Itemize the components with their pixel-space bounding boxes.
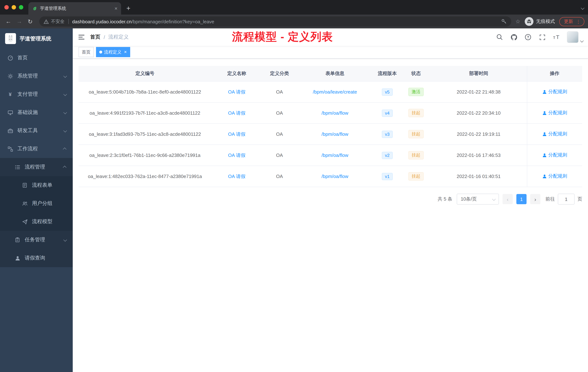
new-tab-button[interactable]: + <box>123 3 134 13</box>
status-badge: 挂起 <box>408 172 424 181</box>
assign-rule-link[interactable]: 分配规则 <box>542 173 567 180</box>
tag-home[interactable]: 首页 <box>79 47 94 57</box>
dashboard-icon <box>7 55 13 61</box>
incognito-icon <box>525 17 534 26</box>
col-header-name: 定义名称 <box>211 66 262 81</box>
breadcrumb-home[interactable]: 首页 <box>90 34 100 40</box>
form-link[interactable]: /bpm/oa/leave/create <box>313 89 357 95</box>
sidebar-item-infrastructure[interactable]: 基础设施 <box>0 103 73 121</box>
url-text[interactable]: dashboard.yudao.iocoder.cn/bpm/manager/d… <box>72 19 498 24</box>
page-content: 定义编号 定义名称 定义分类 表单信息 流程版本 状态 部署时间 操作 oa_l <box>73 59 588 372</box>
goto-page-input[interactable] <box>558 194 575 205</box>
form-link[interactable]: /bpm/oa/flow <box>321 131 348 137</box>
definition-name-link[interactable]: OA 请假 <box>228 89 245 94</box>
cell-id: oa_leave:2:3c1f0ef1-76b1-11ec-9c66-a2380… <box>79 145 211 166</box>
col-header-version: 流程版本 <box>373 66 401 81</box>
sidebar-item-devtools[interactable]: 研发工具 <box>0 121 73 140</box>
gear-icon <box>7 73 13 79</box>
cell-id: oa_leave:4:991f2193-7b7f-11ec-a3c8-acde4… <box>79 102 211 124</box>
red-annotation-text: 流程模型 - 定义列表 <box>232 30 333 44</box>
tab-search-chevron-icon[interactable] <box>581 4 584 11</box>
close-window-button[interactable] <box>4 5 9 10</box>
toolbox-icon <box>7 128 13 134</box>
list-icon <box>15 164 20 170</box>
assign-rule-link[interactable]: 分配规则 <box>542 131 567 137</box>
avatar-caret-icon <box>580 39 584 43</box>
sidebar-item-process-form[interactable]: 流程表单 <box>0 176 73 194</box>
current-page-button[interactable]: 1 <box>516 194 526 204</box>
sidebar-item-process-model[interactable]: 流程模型 <box>0 213 73 231</box>
prev-page-button[interactable]: ‹ <box>503 194 513 204</box>
tag-process-definition[interactable]: 流程定义 × <box>96 47 130 57</box>
sidebar: 芋道管理系统 首页 系统管理 ¥ 支付管理 <box>0 28 73 372</box>
table-row: oa_leave:3:1fad3d93-7b75-11ec-a3c8-acde4… <box>79 124 582 145</box>
col-header-form: 表单信息 <box>297 66 373 81</box>
col-header-id: 定义编号 <box>79 66 211 81</box>
definition-name-link[interactable]: OA 请假 <box>228 152 245 158</box>
next-page-button[interactable]: › <box>530 194 540 204</box>
browser-toolbar: ← → ↻ 不安全 dashboard.yudao.iocoder.cn/bpm… <box>0 15 588 28</box>
browser-tab-strip: 芋道管理系统 × + <box>0 0 588 15</box>
sidebar-menu: 首页 系统管理 ¥ 支付管理 基础设施 <box>0 49 73 372</box>
definition-name-link[interactable]: OA 请假 <box>228 131 245 137</box>
font-size-icon[interactable]: тT <box>553 33 560 41</box>
col-header-status: 状态 <box>401 66 430 81</box>
reload-button[interactable]: ↻ <box>25 17 35 26</box>
status-badge: 挂起 <box>408 130 424 138</box>
github-icon[interactable] <box>510 33 517 41</box>
hamburger-icon[interactable] <box>73 28 90 46</box>
sidebar-item-system[interactable]: 系统管理 <box>0 67 73 85</box>
maximize-window-button[interactable] <box>19 5 23 10</box>
chrome-update-button[interactable]: 更新 ⋮ <box>559 17 584 26</box>
assign-rule-link[interactable]: 分配规则 <box>542 152 567 159</box>
yen-icon: ¥ <box>7 91 13 97</box>
bookmark-star-icon[interactable]: ☆ <box>515 18 520 25</box>
fullscreen-icon[interactable] <box>538 33 546 41</box>
incognito-badge: 无痕模式 <box>525 17 555 26</box>
app-logo: 芋道管理系统 <box>0 28 73 49</box>
chevron-down-icon <box>492 197 496 201</box>
address-bar[interactable]: 不安全 dashboard.yudao.iocoder.cn/bpm/manag… <box>39 16 511 27</box>
help-icon[interactable]: ? <box>524 33 532 41</box>
password-key-icon[interactable] <box>501 19 507 24</box>
sidebar-item-process-management[interactable]: 流程管理 <box>0 158 73 176</box>
cell-category: OA <box>262 166 297 187</box>
status-badge: 挂起 <box>408 151 424 159</box>
page-size-select[interactable]: 10条/页 <box>457 194 499 205</box>
minimize-window-button[interactable] <box>12 5 16 10</box>
col-header-action: 操作 <box>527 66 582 81</box>
assign-rule-link[interactable]: 分配规则 <box>542 89 567 95</box>
tab-title: 芋道管理系统 <box>40 5 112 11</box>
table-row: oa_leave:4:991f2193-7b7f-11ec-a3c8-acde4… <box>79 102 582 124</box>
definition-table: 定义编号 定义名称 定义分类 表单信息 流程版本 状态 部署时间 操作 oa_l <box>79 66 582 187</box>
sidebar-item-task-management[interactable]: 任务管理 <box>0 231 73 249</box>
form-link[interactable]: /bpm/oa/flow <box>321 110 348 116</box>
tag-close-icon[interactable]: × <box>124 50 127 54</box>
sidebar-item-leave-query[interactable]: 请假查询 <box>0 249 73 267</box>
search-icon[interactable] <box>496 33 503 41</box>
svg-text:т: т <box>553 34 555 40</box>
tab-close-icon[interactable]: × <box>115 6 117 11</box>
definition-name-link[interactable]: OA 请假 <box>228 110 245 116</box>
user-avatar[interactable] <box>567 31 583 43</box>
sidebar-item-payment[interactable]: ¥ 支付管理 <box>0 85 73 103</box>
form-link[interactable]: /bpm/oa/flow <box>321 174 348 179</box>
forward-button[interactable]: → <box>15 17 24 26</box>
cell-id: oa_leave:5:004b710b-7b8a-11ec-8ef0-acde4… <box>79 81 211 102</box>
sidebar-item-workflow[interactable]: 工作流程 <box>0 140 73 158</box>
tags-view: 首页 流程定义 × <box>73 46 588 59</box>
browser-tab[interactable]: 芋道管理系统 × <box>28 2 121 15</box>
sidebar-item-user-group[interactable]: 用户分组 <box>0 194 73 213</box>
assign-rule-link[interactable]: 分配规则 <box>542 110 567 116</box>
app-title: 芋道管理系统 <box>20 35 51 42</box>
pagination: 共 5 条 10条/页 ‹ 1 › 前往 页 <box>79 194 582 205</box>
person-icon <box>542 174 547 179</box>
sidebar-item-home[interactable]: 首页 <box>0 49 73 67</box>
cell-category: OA <box>262 124 297 145</box>
cell-deploy-time: 2022-01-16 17:46:53 <box>430 145 527 166</box>
form-link[interactable]: /bpm/oa/flow <box>321 153 348 158</box>
browser-menu-icon[interactable]: ⋮ <box>576 19 581 24</box>
definition-name-link[interactable]: OA 请假 <box>228 174 245 179</box>
security-status[interactable]: 不安全 <box>44 18 64 25</box>
back-button[interactable]: ← <box>4 17 13 26</box>
